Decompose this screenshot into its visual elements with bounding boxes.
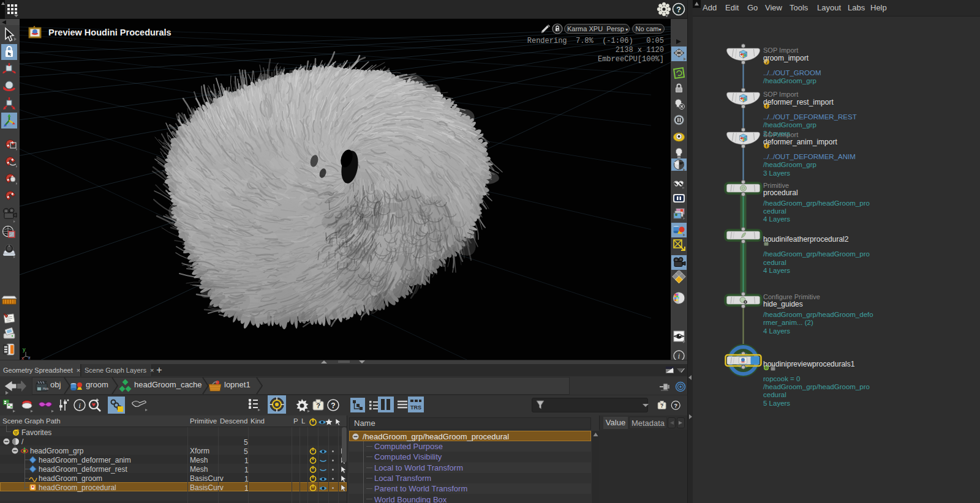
- svg-text:z: z: [28, 355, 31, 360]
- svg-text:?: ?: [676, 6, 681, 14]
- svg-text:?: ?: [316, 402, 320, 409]
- svg-text:i: i: [678, 352, 680, 360]
- svg-text:Hole: Hole: [43, 387, 48, 390]
- svg-text:?: ?: [674, 403, 677, 409]
- svg-text:TRS: TRS: [410, 404, 421, 411]
- svg-text:?: ?: [331, 401, 335, 410]
- svg-text:y: y: [23, 346, 26, 352]
- svg-text:x: x: [21, 356, 24, 360]
- svg-text:i: i: [78, 401, 81, 410]
- svg-text:?: ?: [660, 403, 663, 409]
